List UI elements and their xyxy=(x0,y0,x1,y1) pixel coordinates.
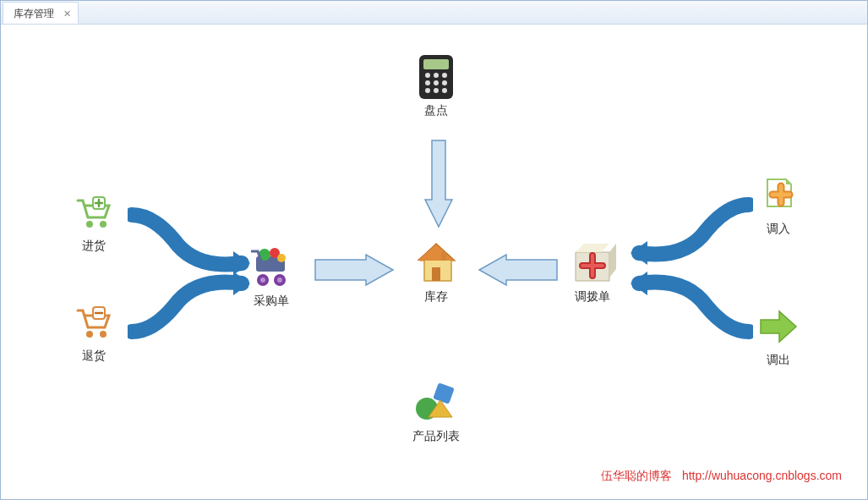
svg-rect-27 xyxy=(433,382,455,404)
svg-rect-25 xyxy=(432,267,440,281)
svg-point-20 xyxy=(434,80,439,85)
connector-return-to-purchase xyxy=(128,268,254,347)
node-transfer[interactable]: 调拨单 xyxy=(559,240,626,305)
titlebar: 库存管理 ✕ xyxy=(1,1,867,25)
calculator-icon xyxy=(411,54,461,100)
svg-point-13 xyxy=(277,254,286,262)
svg-point-0 xyxy=(86,221,93,228)
svg-point-3 xyxy=(86,331,93,338)
tab-inventory[interactable]: 库存管理 ✕ xyxy=(3,2,79,24)
node-purchase-label: 采购单 xyxy=(237,294,305,309)
node-stocktake[interactable]: 盘点 xyxy=(402,54,470,118)
credit-link[interactable]: http://wuhuacong.cnblogs.com xyxy=(682,469,842,482)
shapes-icon xyxy=(411,380,461,426)
svg-point-9 xyxy=(260,277,265,283)
svg-point-18 xyxy=(442,73,447,78)
svg-point-23 xyxy=(434,88,439,93)
arrow-purchase-to-inventory xyxy=(314,253,398,287)
cart-plus-icon xyxy=(68,190,119,235)
node-transfer-label: 调拨单 xyxy=(559,289,626,305)
svg-point-1 xyxy=(100,221,106,228)
node-inventory-label: 库存 xyxy=(402,289,470,305)
svg-point-21 xyxy=(442,80,447,85)
node-return[interactable]: 退货 xyxy=(60,299,128,364)
node-transferout-label: 调出 xyxy=(745,353,812,368)
house-icon xyxy=(411,240,461,286)
diagram-canvas: 进货 退货 xyxy=(1,25,867,499)
svg-point-24 xyxy=(442,88,447,93)
cart-minus-icon xyxy=(68,299,119,345)
svg-rect-26 xyxy=(441,252,446,261)
svg-point-19 xyxy=(425,80,430,85)
node-transferin-label: 调入 xyxy=(745,222,812,237)
svg-point-16 xyxy=(425,73,430,78)
arrow-stocktake-to-inventory xyxy=(422,139,456,232)
node-stockin-label: 进货 xyxy=(60,239,128,254)
node-stockin[interactable]: 进货 xyxy=(60,190,128,254)
close-icon[interactable]: ✕ xyxy=(63,3,71,25)
node-transferin[interactable]: 调入 xyxy=(745,173,812,237)
footer-credit: 伍华聪的博客 http://wuhuacong.cnblogs.com xyxy=(601,469,842,484)
node-return-label: 退货 xyxy=(60,349,128,364)
inventory-management-window: 库存管理 ✕ 进货 xyxy=(0,0,868,500)
svg-point-17 xyxy=(434,73,439,78)
box-plus-icon xyxy=(567,240,618,286)
node-stocktake-label: 盘点 xyxy=(402,103,470,118)
svg-point-22 xyxy=(425,88,430,93)
credit-text: 伍华聪的博客 xyxy=(601,469,672,482)
tab-label: 库存管理 xyxy=(14,8,54,19)
file-plus-icon xyxy=(753,173,804,218)
node-transferout[interactable]: 调出 xyxy=(745,304,812,368)
node-purchase[interactable]: 采购单 xyxy=(237,245,305,309)
connector-transferout-to-transfer xyxy=(626,268,753,347)
node-products-label: 产品列表 xyxy=(402,429,470,444)
node-products[interactable]: 产品列表 xyxy=(402,380,470,444)
svg-rect-15 xyxy=(423,59,449,69)
shopping-cart-colorful-icon xyxy=(246,245,297,290)
arrow-transfer-to-inventory xyxy=(474,253,559,287)
svg-point-4 xyxy=(100,331,106,338)
svg-point-10 xyxy=(277,277,282,283)
arrow-right-green-icon xyxy=(753,304,804,349)
node-inventory[interactable]: 库存 xyxy=(402,240,470,305)
connector-transferin-to-transfer xyxy=(626,192,753,271)
